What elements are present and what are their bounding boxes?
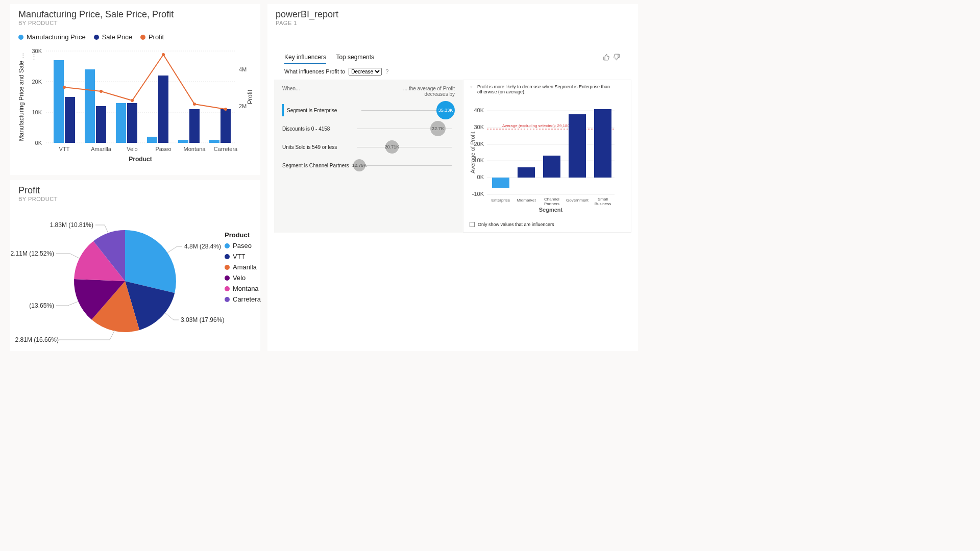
svg-line-39 xyxy=(165,313,174,320)
swatch-icon xyxy=(140,35,145,40)
svg-line-43 xyxy=(68,302,78,306)
swatch-icon xyxy=(18,35,23,40)
svg-text:30K: 30K xyxy=(474,124,484,130)
help-icon[interactable]: ? xyxy=(385,68,388,74)
combo-title: Manufacturing Price, Sale Price, Profit xyxy=(18,9,252,20)
combo-chart[interactable]: 0K 10K 20K 30K 2M 4M xyxy=(10,46,260,171)
svg-rect-21 xyxy=(220,109,231,143)
ki-target-select[interactable]: Decrease xyxy=(349,68,382,76)
svg-point-25 xyxy=(162,53,165,56)
svg-text:Midmarket: Midmarket xyxy=(517,198,536,203)
svg-text:2.11M (12.52%): 2.11M (12.52%) xyxy=(11,250,54,257)
ki-only-influencers-checkbox[interactable]: Only show values that are influencers xyxy=(470,222,625,227)
pie-legend-title: Product xyxy=(225,231,261,239)
ki-row[interactable]: Units Sold is 549 or less 20.71K xyxy=(282,138,455,156)
legend-item-profit[interactable]: Profit xyxy=(140,33,164,41)
pie-chart[interactable]: 4.8M (28.4%) 3.03M (17.96%) 2.81M (16.66… xyxy=(10,207,260,350)
svg-text:Enterprise: Enterprise xyxy=(492,198,510,203)
legend-item-sale[interactable]: Sale Price xyxy=(94,33,132,41)
svg-text:(13.65%): (13.65%) xyxy=(29,302,54,309)
svg-text:Product: Product xyxy=(129,156,152,163)
legend-item-carretera[interactable]: Carretera xyxy=(225,295,261,303)
svg-rect-19 xyxy=(189,109,200,143)
legend-item-velo[interactable]: Velo xyxy=(225,274,261,282)
ki-detail-text: Profit is more likely to decrease when S… xyxy=(477,84,625,94)
ki-question: What influences Profit to xyxy=(284,68,345,74)
svg-text:0K: 0K xyxy=(477,174,484,180)
svg-rect-17 xyxy=(158,76,168,143)
svg-rect-20 xyxy=(209,140,219,143)
svg-point-22 xyxy=(63,86,66,89)
svg-line-37 xyxy=(167,246,177,253)
more-options-icon[interactable]: ⋮ xyxy=(31,53,37,60)
pie-title: Profit xyxy=(18,185,252,196)
svg-text:Amarilla: Amarilla xyxy=(91,146,112,152)
tab-top-segments[interactable]: Top segments xyxy=(336,54,374,63)
svg-rect-73 xyxy=(594,109,611,178)
ki-bubble[interactable]: 12.79K xyxy=(353,159,365,171)
svg-text:Segment: Segment xyxy=(539,207,563,213)
svg-rect-11 xyxy=(65,97,75,143)
thumbs-down-icon[interactable] xyxy=(613,54,620,61)
ki-bubble[interactable]: 35.33K xyxy=(436,101,455,119)
svg-point-26 xyxy=(193,103,196,106)
svg-text:Velo: Velo xyxy=(127,146,137,152)
ki-right-header: ....the average of Profit decreases by xyxy=(399,86,455,97)
svg-text:Carretera: Carretera xyxy=(214,146,238,152)
legend-item-vtt[interactable]: VTT xyxy=(225,253,261,260)
svg-text:SmallBusiness: SmallBusiness xyxy=(595,197,611,206)
ki-left-header: When... xyxy=(282,86,300,97)
svg-rect-18 xyxy=(178,140,188,143)
combo-chart-card[interactable]: Manufacturing Price, Sale Price, Profit … xyxy=(10,4,260,175)
svg-text:Government: Government xyxy=(566,198,589,203)
ki-detail-panel: ← Profit is more likely to decrease when… xyxy=(463,80,631,233)
legend-item-montana[interactable]: Montana xyxy=(225,285,261,292)
svg-rect-12 xyxy=(85,69,95,143)
svg-line-47 xyxy=(105,225,108,233)
svg-text:Manufacturing Price and Sale …: Manufacturing Price and Sale … xyxy=(18,53,25,141)
svg-text:Montana: Montana xyxy=(184,146,206,152)
svg-text:Average of Profit: Average of Profit xyxy=(470,132,476,173)
svg-text:Paseo: Paseo xyxy=(155,146,171,152)
ki-detail-chart[interactable]: -10K 0K 10K 20K 30K 40K Average (excludi… xyxy=(470,94,626,217)
checkbox-icon[interactable] xyxy=(470,222,475,227)
thumbs-up-icon[interactable] xyxy=(603,54,610,61)
ki-influencers-list: When... ....the average of Profit decrea… xyxy=(274,80,463,233)
report-subtitle: PAGE 1 xyxy=(276,20,630,26)
svg-rect-72 xyxy=(569,114,586,178)
ki-row[interactable]: Discounts is 0 - 4158 32.7K xyxy=(282,119,455,138)
ki-bubble[interactable]: 20.71K xyxy=(385,140,399,154)
svg-rect-13 xyxy=(96,106,106,143)
legend-item-paseo[interactable]: Paseo xyxy=(225,242,261,249)
svg-text:20K: 20K xyxy=(32,79,42,85)
ki-row[interactable]: Segment is Channel Partners 12.79K xyxy=(282,156,455,174)
svg-rect-15 xyxy=(127,103,137,143)
svg-point-23 xyxy=(100,90,103,93)
ki-row[interactable]: Segment is Enterprise 35.33K xyxy=(282,101,455,119)
svg-text:Profit: Profit xyxy=(247,89,254,104)
svg-rect-70 xyxy=(518,167,535,178)
svg-line-45 xyxy=(70,254,80,259)
legend-item-manufacturing[interactable]: Manufacturing Price xyxy=(18,33,86,41)
key-influencers-visual[interactable]: Key influencers Top segments What influe… xyxy=(274,48,632,238)
report-card: powerBI_report PAGE 1 Key influencers To… xyxy=(267,4,638,351)
pie-subtitle: BY PRODUCT xyxy=(18,196,252,202)
svg-text:2M: 2M xyxy=(239,103,247,109)
legend-item-amarilla[interactable]: Amarilla xyxy=(225,263,261,271)
ki-bubble[interactable]: 32.7K xyxy=(430,121,446,136)
svg-text:Average (excluding selected): : Average (excluding selected): 29,180.41 xyxy=(502,123,576,128)
svg-text:4M: 4M xyxy=(239,66,247,72)
svg-line-41 xyxy=(110,330,115,340)
back-arrow-icon[interactable]: ← xyxy=(470,84,474,89)
svg-text:-10K: -10K xyxy=(472,191,484,197)
tab-key-influencers[interactable]: Key influencers xyxy=(284,54,326,64)
swatch-icon xyxy=(94,35,99,40)
pie-chart-card[interactable]: Profit BY PRODUCT xyxy=(10,180,260,351)
svg-rect-14 xyxy=(116,103,126,143)
svg-text:10K: 10K xyxy=(32,109,42,115)
pie-legend: Product Paseo VTT Amarilla Velo Montana … xyxy=(225,231,261,303)
svg-text:2.81M (16.66%): 2.81M (16.66%) xyxy=(15,336,59,343)
bars[interactable] xyxy=(54,60,231,143)
svg-text:1.83M (10.81%): 1.83M (10.81%) xyxy=(50,221,93,229)
svg-rect-69 xyxy=(492,178,509,188)
